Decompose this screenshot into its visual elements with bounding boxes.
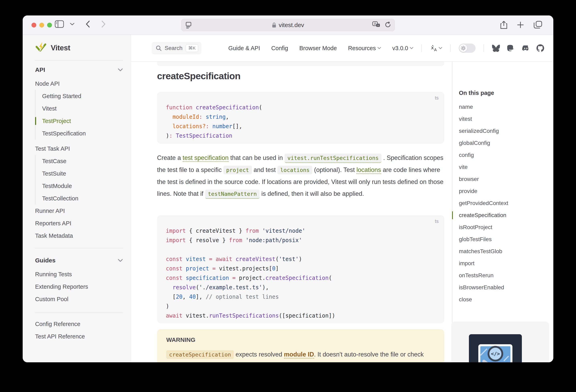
code-token: const [166,275,182,281]
warning-text-clipped: that it exists on the file system. [166,361,435,362]
url-text-wrap: vitest.dev [272,22,304,29]
forward-button-icon[interactable] [101,21,106,28]
inline-link[interactable]: test specification [183,154,229,162]
discord-icon[interactable] [521,45,530,52]
reader-view-icon[interactable] [185,22,192,29]
zoom-window-button[interactable] [47,23,52,28]
code-token: : [199,114,202,120]
sidebar-toggle-icon[interactable] [55,20,64,28]
code-lang-badge: ts [435,218,439,224]
bluesky-icon[interactable] [492,45,500,52]
sidebar-item-testmodule[interactable]: TestModule [42,180,123,192]
sidebar-item-node-api[interactable]: Node API [35,77,123,90]
reload-icon[interactable] [385,21,391,29]
brand[interactable]: Vitest [35,40,123,55]
code-token: ), [262,284,269,291]
sidebar-item-reporters-api[interactable]: Reporters API [35,217,123,230]
inline-code: locations [277,166,312,174]
nav-link-version[interactable]: v3.0.0 [392,45,413,52]
language-switcher[interactable]: xA [430,45,442,52]
nav-link-resources[interactable]: Resources [348,45,381,52]
sponsor-ad-box[interactable]: </> [451,322,549,362]
toc-item-config[interactable]: config [459,149,546,161]
sidebar-item-vitest[interactable]: Vitest [42,102,123,115]
toc-item-isbrowserenabled[interactable]: isBrowserEnabled [459,281,546,294]
chevron-down-icon [118,259,123,262]
toc-item-isrootproject[interactable]: isRootProject [459,221,546,233]
code-token: [], [232,123,242,129]
inline-wlink[interactable]: module ID [284,351,314,359]
inline-codelink[interactable]: testNamePattern [205,190,260,199]
toc-title: On this page [459,90,494,96]
code-token: 40 [189,294,196,300]
browser-chrome: vitest.dev Ax [23,15,553,35]
svg-text:A: A [374,22,376,26]
close-window-button[interactable] [31,23,36,28]
code-block-example[interactable]: ts import { createVitest } from 'vitest/… [157,215,444,323]
sidebar-item-test-task-api[interactable]: Test Task API [35,142,123,155]
chevron-down-icon [377,47,381,49]
back-button-icon[interactable] [86,21,90,28]
sidebar-item-testcollection[interactable]: TestCollection [42,192,123,205]
code-block-signature[interactable]: ts function createSpecification( moduleI… [157,92,444,144]
toc-item-createspecification[interactable]: createSpecification [459,209,546,221]
nav-link-config[interactable]: Config [271,45,288,52]
new-tab-icon[interactable] [517,21,524,29]
sidebar-item-runner-api[interactable]: Runner API [35,205,123,217]
toc-item-globtestfiles[interactable]: globTestFiles [459,233,546,245]
toc-item-provide[interactable]: provide [459,185,546,197]
code-token: vitest.projects[ [216,265,272,272]
share-icon[interactable] [500,21,507,29]
sidebar-item-testproject[interactable]: TestProject [42,115,123,127]
sidebar-item-getting-started[interactable]: Getting Started [42,90,123,102]
sidebar-item-extending-reporters[interactable]: Extending Reporters [35,280,123,293]
inline-codelink[interactable]: vitest.runTestSpecifications [285,154,381,163]
sidebar-item-testcase[interactable]: TestCase [42,155,123,167]
toc-item-serializedconfig[interactable]: serializedConfig [459,125,546,137]
sidebar-item-testsuite[interactable]: TestSuite [42,167,123,180]
toc-item-vitest[interactable]: vitest [459,113,546,125]
sidebar-item-testspecification[interactable]: TestSpecification [42,127,123,140]
code-token: const [166,256,182,262]
mastodon-icon[interactable] [507,44,515,52]
code-line: const vitest = await createVitest('test'… [166,254,435,264]
tab-overview-icon[interactable] [534,21,542,29]
minimize-window-button[interactable] [39,23,44,28]
toc-item-import[interactable]: import [459,257,546,270]
sidebar-section-api[interactable]: API [35,66,123,74]
code-token [166,114,173,120]
inline-link[interactable]: locations [356,166,381,174]
toc-item-vite[interactable]: vite [459,161,546,173]
toc-item-browser[interactable]: browser [459,173,546,185]
toc-item-globalconfig[interactable]: globalConfig [459,137,546,149]
github-icon[interactable] [537,44,544,52]
chevron-down-icon[interactable] [70,23,74,26]
code-token [209,123,212,129]
text-segment: is defined, then it will also be applied… [259,190,364,197]
code-token: createVitest [232,256,275,262]
search-label: Search [165,45,182,51]
theme-toggle[interactable] [459,44,476,53]
nav-link-browser-mode[interactable]: Browser Mode [299,45,337,52]
code-token: runTestSpecifications [209,312,279,319]
toc-item-ontestsrerun[interactable]: onTestsRerun [459,270,546,281]
sidebar-item-running-tests[interactable]: Running Tests [35,268,123,280]
sidebar-item-test-api-reference[interactable]: Test API Reference [35,330,123,343]
address-bar[interactable]: vitest.dev Ax [181,19,395,31]
sidebar-section-guides[interactable]: Guides [35,256,123,264]
code-token: ) [299,256,302,262]
toc-item-getprovidedcontext[interactable]: getProvidedContext [459,197,546,209]
nav-link-guide-api[interactable]: Guide & API [229,45,260,52]
code-token: project. [236,275,265,281]
translate-icon[interactable]: Ax [372,21,380,29]
text-segment: expects resolved [234,351,284,358]
sidebar-item-task-metadata[interactable]: Task Metadata [35,230,123,242]
toc-item-name[interactable]: name [459,101,546,113]
monitor-illustration: </> [478,344,512,362]
search-input[interactable]: Search ⌘K [152,42,201,54]
toc-item-matchestestglob[interactable]: matchesTestGlob [459,245,546,257]
sidebar-item-config-reference[interactable]: Config Reference [35,318,123,330]
toc-item-close[interactable]: close [459,294,546,305]
code-token: [ [166,294,176,300]
sidebar-item-custom-pool[interactable]: Custom Pool [35,293,123,305]
